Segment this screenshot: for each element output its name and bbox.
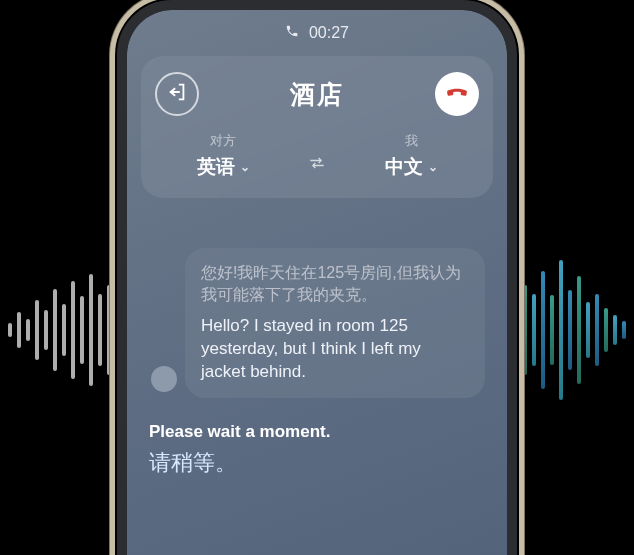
incoming-message-bubble: 您好!我昨天住在125号房间,但我认为我可能落下了我的夹克。 Hello? I …: [185, 248, 485, 398]
hangup-button[interactable]: [435, 72, 479, 116]
outgoing-translated-text: 请稍等。: [149, 448, 485, 478]
call-title: 酒店: [290, 78, 344, 111]
caller-language: 英语: [197, 154, 235, 180]
soundwave-left: [8, 250, 111, 410]
exit-icon: [166, 81, 188, 107]
phone-screen: 00:27 酒店 对方: [127, 10, 507, 555]
outgoing-original-text: Please wait a moment.: [149, 422, 485, 442]
hangup-icon: [444, 79, 470, 109]
my-language: 中文: [385, 154, 423, 180]
conversation-area: 您好!我昨天住在125号房间,但我认为我可能落下了我的夹克。 Hello? I …: [127, 198, 507, 398]
caller-label: 对方: [155, 132, 291, 150]
incoming-translated-text: 您好!我昨天住在125号房间,但我认为我可能落下了我的夹克。: [201, 262, 469, 307]
chevron-down-icon: ⌄: [428, 160, 438, 174]
chevron-down-icon: ⌄: [240, 160, 250, 174]
outgoing-message: Please wait a moment. 请稍等。: [127, 398, 507, 478]
my-language-selector[interactable]: 我 中文 ⌄: [343, 132, 479, 180]
incoming-original-text: Hello? I stayed in room 125 yesterday, b…: [201, 315, 469, 384]
phone-receiver-icon: [285, 24, 299, 42]
swap-languages-button[interactable]: [299, 153, 335, 180]
swap-icon: [307, 153, 327, 177]
caller-language-selector[interactable]: 对方 英语 ⌄: [155, 132, 291, 180]
my-label: 我: [343, 132, 479, 150]
status-bar: 00:27: [127, 24, 507, 42]
exit-button[interactable]: [155, 72, 199, 116]
call-header-panel: 酒店 对方 英语 ⌄: [141, 56, 493, 198]
soundwave-right: [523, 250, 626, 410]
phone-frame: 00:27 酒店 对方: [117, 0, 517, 555]
call-duration: 00:27: [309, 24, 349, 42]
avatar: [151, 366, 177, 392]
